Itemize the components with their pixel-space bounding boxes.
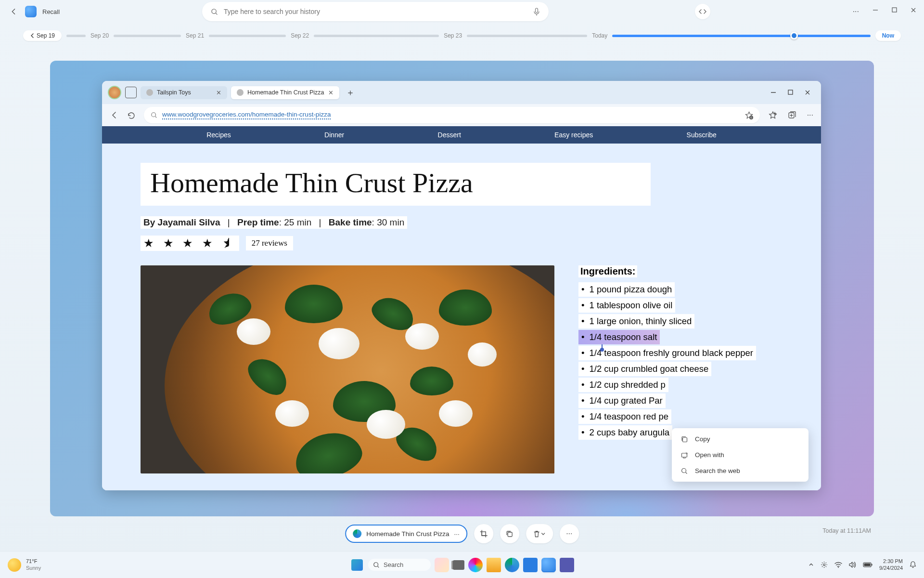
browser-tab-active[interactable]: Homemade Thin Crust Pizza ✕ (231, 86, 339, 99)
timeline[interactable]: Sep 19 Sep 20 Sep 21 Sep 22 Sep 23 Today… (0, 26, 924, 45)
url-bar[interactable]: www.woodgrovegroceries.com/homemade-thin… (144, 107, 760, 123)
history-search[interactable] (202, 2, 549, 21)
ingredient-item: 2 cups baby arugula (578, 425, 672, 440)
microphone-icon[interactable] (533, 8, 540, 16)
tab-actions-icon[interactable] (125, 87, 137, 98)
svg-rect-3 (788, 90, 793, 94)
more-button[interactable]: ··· (853, 7, 859, 16)
svg-text:G: G (750, 116, 752, 119)
context-menu-search-web[interactable]: Search the web (672, 463, 808, 479)
taskbar: 71°F Sunny Search 2:30 PM 9/24/2024 (0, 551, 924, 578)
nav-link-subscribe[interactable]: Subscribe (687, 131, 717, 139)
window-close-button[interactable] (805, 90, 810, 95)
snapshot-source-label: Homemade Thin Crust Pizza (366, 530, 449, 538)
nav-link-recipes[interactable]: Recipes (206, 131, 231, 139)
taskbar-recall-icon[interactable] (541, 558, 556, 572)
taskbar-weather[interactable]: 71°F Sunny (8, 558, 41, 572)
new-tab-button[interactable]: ＋ (343, 87, 358, 98)
search-web-icon (680, 468, 688, 474)
ingredient-item: 1 pound pizza dough (578, 282, 675, 297)
svg-rect-17 (864, 564, 871, 566)
copy-icon (680, 436, 688, 443)
taskbar-teams-icon[interactable] (560, 558, 574, 572)
timeline-date-label: Sep 21 (186, 32, 204, 39)
minimize-button[interactable] (873, 7, 878, 16)
chip-more-icon[interactable]: ··· (454, 530, 460, 538)
taskbar-app-1[interactable] (435, 558, 449, 572)
copy-snapshot-button[interactable] (500, 524, 519, 543)
weather-condition: Sunny (26, 565, 41, 571)
ingredient-item: 1 large onion, thinly sliced (578, 314, 694, 328)
tray-notifications-icon[interactable] (910, 561, 916, 568)
crop-button[interactable] (474, 524, 493, 543)
taskbar-explorer-icon[interactable] (487, 558, 501, 572)
timeline-current-date: Sep 19 (37, 32, 55, 39)
window-maximize-button[interactable] (788, 90, 793, 95)
taskbar-edge-icon[interactable] (505, 558, 519, 572)
svg-point-0 (212, 9, 216, 13)
timeline-today-segment[interactable] (612, 35, 870, 37)
tray-chevron-up-icon[interactable] (808, 562, 814, 567)
window-minimize-button[interactable] (770, 90, 776, 95)
nav-link-dinner[interactable]: Dinner (324, 131, 344, 139)
taskbar-store-icon[interactable] (523, 558, 538, 572)
favorite-star-icon[interactable]: G (745, 111, 753, 119)
tab-title: Tailspin Toys (157, 89, 191, 96)
tray-wifi-icon[interactable] (834, 562, 842, 568)
timeline-date-label: Sep 23 (444, 32, 462, 39)
bake-label: Bake time (329, 217, 372, 227)
profile-avatar[interactable] (108, 86, 121, 99)
browser-tab-inactive[interactable]: Tailspin Toys ✕ (141, 86, 227, 99)
context-menu-copy[interactable]: Copy (672, 431, 808, 447)
taskbar-copilot-icon[interactable] (468, 558, 483, 572)
snapshot-source-chip[interactable]: Homemade Thin Crust Pizza ··· (345, 525, 467, 543)
taskbar-clock[interactable]: 2:30 PM 9/24/2024 (879, 558, 903, 571)
ingredient-item: 1/4 teaspoon salt (578, 330, 660, 344)
favorites-icon[interactable] (769, 111, 777, 119)
close-button[interactable] (911, 7, 916, 16)
svg-rect-12 (508, 532, 512, 537)
timeline-date-label: Sep 22 (291, 32, 309, 39)
chevron-down-icon (541, 532, 545, 536)
url-text: www.woodgrovegroceries.com/homemade-thin… (162, 111, 331, 119)
timeline-now-button[interactable]: Now (875, 30, 901, 41)
snapshot-action-bar: Homemade Thin Crust Pizza ··· ··· (345, 524, 579, 543)
tab-favicon-placeholder-icon (146, 89, 153, 96)
timeline-thumb[interactable] (790, 32, 798, 39)
browser-more-button[interactable]: ··· (807, 111, 813, 119)
recipe-byline: By Jayamali Silva | Prep time: 25 min | … (141, 216, 407, 229)
tab-close-button[interactable]: ✕ (328, 89, 334, 96)
start-button[interactable] (350, 558, 364, 572)
nav-refresh-button[interactable] (127, 111, 135, 119)
timeline-segment (467, 35, 587, 37)
context-menu-open-with[interactable]: Open with (672, 447, 808, 463)
tab-close-button[interactable]: ✕ (216, 89, 221, 96)
nav-link-dessert[interactable]: Dessert (438, 131, 461, 139)
nav-back-button[interactable] (110, 111, 118, 119)
weather-sun-icon (8, 558, 21, 572)
taskbar-task-view[interactable] (453, 560, 464, 570)
svg-point-13 (374, 562, 378, 566)
tray-settings-icon[interactable] (821, 561, 828, 568)
maximize-button[interactable] (892, 7, 897, 16)
taskbar-search[interactable]: Search (368, 559, 431, 571)
site-nav: Recipes Dinner Dessert Easy recipes Subs… (102, 126, 821, 144)
tray-volume-icon[interactable] (849, 562, 856, 568)
history-search-input[interactable] (224, 8, 527, 15)
svg-point-4 (152, 113, 156, 117)
back-button[interactable] (8, 6, 19, 17)
snapshot-more-button[interactable]: ··· (560, 524, 579, 543)
code-button[interactable] (695, 4, 710, 19)
delete-snapshot-button[interactable] (526, 524, 553, 543)
tray-battery-icon[interactable] (863, 562, 873, 567)
timeline-segment (209, 35, 286, 37)
app-name: Recall (42, 8, 60, 15)
reviews-count[interactable]: 27 reviews (246, 236, 293, 250)
tab-title: Homemade Thin Crust Pizza (247, 89, 324, 96)
svg-point-15 (838, 567, 839, 568)
nav-link-easy-recipes[interactable]: Easy recipes (554, 131, 593, 139)
timeline-current-pill[interactable]: Sep 19 (23, 30, 62, 41)
collections-icon[interactable] (788, 111, 796, 119)
context-menu-label: Open with (695, 451, 724, 459)
page-content: Recipes Dinner Dessert Easy recipes Subs… (102, 126, 821, 490)
